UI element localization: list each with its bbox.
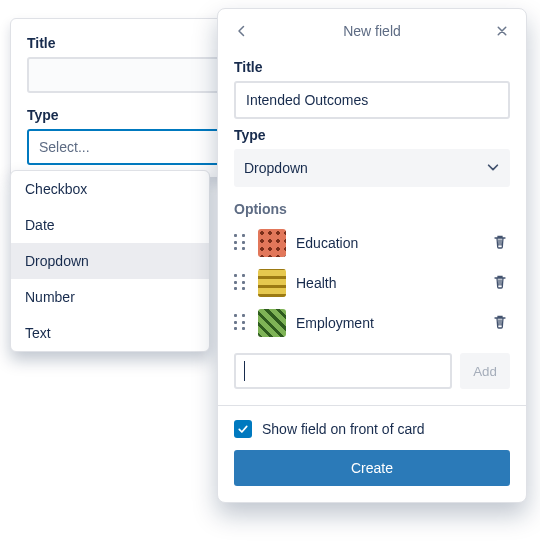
drag-handle-icon[interactable] [234,234,248,252]
type-value: Dropdown [244,160,308,176]
options-list: Education Health Employment [234,223,510,343]
new-option-input[interactable] [234,353,452,389]
show-on-front-row: Show field on front of card [234,406,510,450]
new-field-panel: New field Title Intended Outcomes Type D… [217,8,527,503]
drag-handle-icon[interactable] [234,274,248,292]
option-row: Employment [234,303,510,343]
type-select-placeholder: Select... [39,139,90,155]
option-swatch-education[interactable] [258,229,286,257]
delete-option-icon[interactable] [492,234,510,252]
delete-option-icon[interactable] [492,314,510,332]
add-option-row: Add [234,353,510,389]
type-option-text[interactable]: Text [11,315,209,351]
options-label: Options [234,201,510,217]
chevron-down-icon [486,160,500,177]
panel-title: New field [252,23,492,39]
option-label: Employment [296,315,482,331]
back-icon[interactable] [232,21,252,41]
drag-handle-icon[interactable] [234,314,248,332]
title-value: Intended Outcomes [246,92,368,108]
create-button[interactable]: Create [234,450,510,486]
type-options-dropdown: Checkbox Date Dropdown Number Text [10,170,210,352]
type-select-front[interactable]: Dropdown [234,149,510,187]
add-option-button[interactable]: Add [460,353,510,389]
type-option-dropdown[interactable]: Dropdown [11,243,209,279]
option-row: Health [234,263,510,303]
show-on-front-checkbox[interactable] [234,420,252,438]
option-row: Education [234,223,510,263]
type-option-number[interactable]: Number [11,279,209,315]
option-swatch-employment[interactable] [258,309,286,337]
type-label-front: Type [234,127,510,143]
panel-header: New field [218,9,526,51]
title-input-front[interactable]: Intended Outcomes [234,81,510,119]
type-option-checkbox[interactable]: Checkbox [11,171,209,207]
show-on-front-label: Show field on front of card [262,421,425,437]
text-cursor-icon [244,361,245,381]
title-label-front: Title [234,59,510,75]
type-option-date[interactable]: Date [11,207,209,243]
option-swatch-health[interactable] [258,269,286,297]
close-icon[interactable] [492,21,512,41]
option-label: Education [296,235,482,251]
delete-option-icon[interactable] [492,274,510,292]
option-label: Health [296,275,482,291]
